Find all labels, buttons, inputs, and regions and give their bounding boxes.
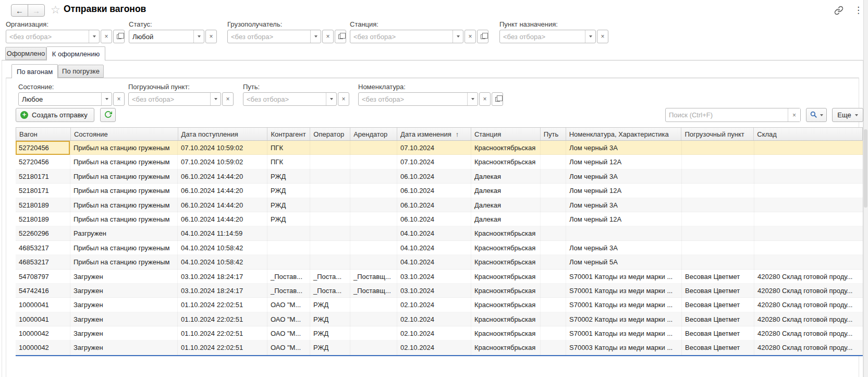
- cell-lessee[interactable]: [350, 169, 397, 184]
- cell-state[interactable]: Прибыл на станцию груженым: [70, 184, 178, 198]
- cell-station[interactable]: Краснооктябрьская: [471, 155, 541, 169]
- table-row[interactable]: 10000042Загружен01.10.2024 22:02:51ОАО "…: [16, 326, 863, 340]
- cell-state[interactable]: Прибыл на станцию груженым: [70, 169, 178, 184]
- cell-modified-date[interactable]: 04.10.2024: [397, 241, 471, 255]
- clear-filter-button[interactable]: ×: [479, 92, 491, 106]
- cell-loading-point[interactable]: [682, 141, 754, 155]
- back-button[interactable]: ←: [11, 4, 28, 17]
- cell-warehouse[interactable]: 420280 Склад готовой проду...: [754, 312, 863, 326]
- cell-modified-date[interactable]: 06.10.2024: [397, 169, 471, 184]
- cell-track[interactable]: [541, 255, 566, 269]
- cell-state[interactable]: Загружен: [70, 298, 178, 312]
- cell-arrival-date[interactable]: 03.10.2024 18:24:17: [178, 284, 267, 298]
- cell-lessee[interactable]: [350, 340, 397, 355]
- cell-modified-date[interactable]: 03.10.2024: [397, 284, 471, 298]
- cell-operator[interactable]: РЖД: [310, 312, 350, 326]
- cell-loading-point[interactable]: Весовая Цветмет: [682, 340, 754, 355]
- choose-button[interactable]: [113, 30, 125, 43]
- cell-arrival-date[interactable]: 04.10.2024 10:58:42: [178, 255, 267, 269]
- column-header-arrival-date[interactable]: Дата поступления: [178, 128, 268, 140]
- cell-modified-date[interactable]: 02.10.2024: [397, 326, 471, 340]
- cell-loading-point[interactable]: [682, 212, 754, 226]
- cell-station[interactable]: Краснооктябрьская: [471, 270, 541, 284]
- table-row[interactable]: 46853217Прибыл на станцию груженым04.10.…: [16, 241, 863, 255]
- tab-issued[interactable]: Оформлено: [5, 47, 46, 60]
- cell-wagon[interactable]: 52720456: [16, 141, 70, 155]
- cell-station[interactable]: Далекая: [471, 212, 541, 226]
- cell-modified-date[interactable]: 07.10.2024: [397, 155, 471, 169]
- cell-modified-date[interactable]: 02.10.2024: [397, 298, 471, 312]
- cell-state[interactable]: Прибыл на станцию груженым: [70, 198, 178, 212]
- cell-nomenclature[interactable]: Лом черный 12А: [566, 184, 682, 198]
- cell-nomenclature[interactable]: Лом черный 3А: [566, 169, 682, 184]
- cell-operator[interactable]: [310, 241, 350, 255]
- tab-by-loading[interactable]: По погрузке: [58, 65, 104, 78]
- get-link-icon[interactable]: [834, 6, 843, 17]
- cell-nomenclature[interactable]: Лом черный 3А: [566, 141, 682, 155]
- filter-combo-loading-point[interactable]: <без отбора>: [128, 92, 221, 106]
- tab-by-wagons[interactable]: По вагонам: [11, 64, 58, 78]
- cell-counterparty[interactable]: _Постав...: [267, 270, 310, 284]
- choose-button[interactable]: [492, 92, 503, 106]
- cell-arrival-date[interactable]: 06.10.2024 14:44:20: [178, 184, 267, 198]
- cell-counterparty[interactable]: ОАО "М...: [267, 312, 310, 326]
- clear-filter-button[interactable]: ×: [464, 30, 476, 43]
- cell-state[interactable]: Прибыл на станцию груженым: [70, 141, 178, 155]
- column-header-wagon[interactable]: Вагон: [16, 128, 71, 140]
- cell-lessee[interactable]: _Поставщ...: [350, 284, 397, 298]
- forward-button[interactable]: →: [28, 4, 45, 17]
- cell-lessee[interactable]: [350, 226, 397, 240]
- table-row[interactable]: 10000041Загружен01.10.2024 22:02:51ОАО "…: [16, 312, 863, 326]
- cell-track[interactable]: [541, 312, 566, 326]
- cell-counterparty[interactable]: [267, 241, 310, 255]
- cell-nomenclature[interactable]: S70001 Катоды из меди марки ...: [566, 270, 682, 284]
- cell-wagon[interactable]: 52180189: [16, 212, 70, 226]
- cell-modified-date[interactable]: 02.10.2024: [397, 340, 471, 355]
- cell-wagon[interactable]: 10000041: [16, 298, 70, 312]
- cell-warehouse[interactable]: [754, 141, 863, 155]
- column-header-counterparty[interactable]: Контрагент: [267, 128, 310, 140]
- cell-wagon[interactable]: 52260296: [16, 226, 70, 240]
- table-row[interactable]: 10000042Загружен01.10.2024 22:02:51ОАО "…: [16, 340, 863, 355]
- dropdown-arrow-button[interactable]: [193, 30, 204, 43]
- filter-combo-station[interactable]: <без отбора>: [350, 30, 463, 43]
- cell-loading-point[interactable]: [682, 169, 754, 184]
- cell-operator[interactable]: РЖД: [310, 298, 350, 312]
- column-header-track[interactable]: Путь: [541, 128, 566, 140]
- cell-lessee[interactable]: [350, 198, 397, 212]
- table-row[interactable]: 10000041Загружен01.10.2024 22:02:51ОАО "…: [16, 298, 863, 312]
- cell-operator[interactable]: [310, 155, 350, 169]
- filter-combo-destination[interactable]: <без отбора>: [499, 30, 596, 43]
- cell-modified-date[interactable]: 06.10.2024: [397, 212, 471, 226]
- cell-track[interactable]: [541, 169, 566, 184]
- cell-nomenclature[interactable]: S70001 Катоды из меди марки ...: [566, 326, 682, 340]
- dropdown-arrow-button[interactable]: [210, 93, 221, 105]
- cell-station[interactable]: Далекая: [471, 198, 541, 212]
- cell-lessee[interactable]: _Поставщ...: [350, 270, 397, 284]
- cell-warehouse[interactable]: 420280 Склад готовой проду...: [754, 284, 863, 298]
- cell-operator[interactable]: _Поста...: [310, 284, 350, 298]
- clear-filter-button[interactable]: ×: [322, 30, 334, 43]
- cell-lessee[interactable]: [350, 155, 397, 169]
- cell-counterparty[interactable]: РЖД: [267, 169, 310, 184]
- cell-state[interactable]: Прибыл на станцию груженым: [70, 155, 178, 169]
- table-row[interactable]: 54708797Загружен03.10.2024 18:24:17_Пост…: [16, 270, 863, 284]
- cell-station[interactable]: Краснооктябрьская: [471, 326, 541, 340]
- cell-loading-point[interactable]: [682, 155, 754, 169]
- dropdown-arrow-button[interactable]: [89, 30, 99, 43]
- more-menu-icon[interactable]: ⋮: [854, 5, 863, 16]
- choose-button[interactable]: [335, 30, 346, 43]
- cell-loading-point[interactable]: Весовая Цветмет: [682, 312, 754, 326]
- cell-counterparty[interactable]: РЖД: [267, 212, 310, 226]
- refresh-button[interactable]: [100, 108, 116, 122]
- cell-arrival-date[interactable]: 06.10.2024 14:44:20: [178, 212, 267, 226]
- cell-counterparty[interactable]: _Постав...: [267, 284, 310, 298]
- cell-counterparty[interactable]: РЖД: [267, 198, 310, 212]
- search-button[interactable]: [806, 108, 827, 122]
- cell-nomenclature[interactable]: Лом черный 5А: [566, 255, 682, 269]
- cell-lessee[interactable]: [350, 184, 397, 198]
- clear-filter-button[interactable]: ×: [222, 92, 234, 106]
- cell-nomenclature[interactable]: S70002 Катоды из меди марки ...: [566, 312, 682, 326]
- cell-loading-point[interactable]: Весовая Цветмет: [682, 298, 754, 312]
- cell-track[interactable]: [541, 241, 566, 255]
